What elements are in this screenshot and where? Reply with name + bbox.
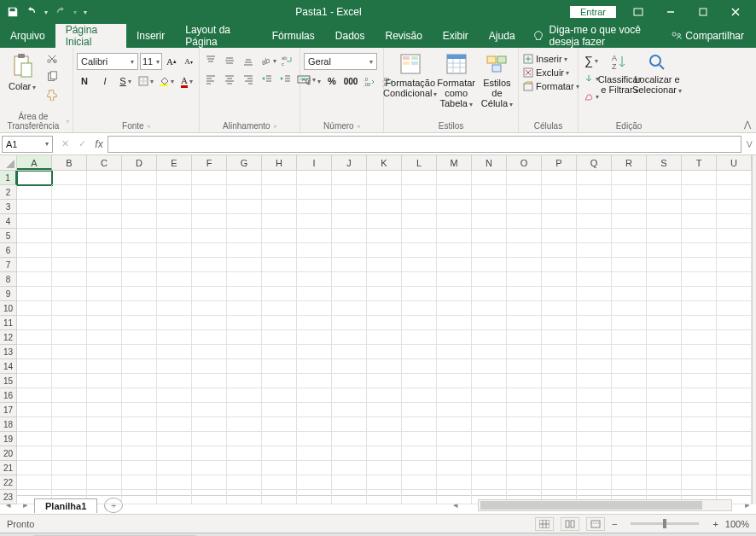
- cell-K17[interactable]: [367, 403, 402, 417]
- cell-B8[interactable]: [52, 272, 87, 287]
- cell-J14[interactable]: [332, 359, 367, 374]
- cell-I10[interactable]: [297, 301, 332, 316]
- cell-I11[interactable]: [297, 316, 332, 330]
- cell-I9[interactable]: [297, 287, 332, 301]
- cell-A8[interactable]: [17, 272, 52, 287]
- cell-K8[interactable]: [367, 272, 402, 287]
- cell-H21[interactable]: [262, 461, 297, 475]
- cell-S2[interactable]: [647, 185, 682, 200]
- decrease-indent-icon[interactable]: [259, 72, 275, 87]
- cell-P16[interactable]: [542, 388, 577, 403]
- cell-H22[interactable]: [262, 475, 297, 490]
- font-color-button[interactable]: A: [179, 73, 195, 89]
- row-header-20[interactable]: 20: [0, 446, 17, 461]
- cell-F2[interactable]: [192, 185, 227, 200]
- cell-L13[interactable]: [402, 345, 437, 359]
- cell-T11[interactable]: [682, 316, 717, 330]
- cell-B2[interactable]: [52, 185, 87, 200]
- cell-K7[interactable]: [367, 258, 402, 272]
- cell-C14[interactable]: [87, 359, 122, 374]
- sheet-tab[interactable]: Planilha1: [34, 498, 97, 513]
- row-header-2[interactable]: 2: [0, 185, 17, 200]
- cell-F9[interactable]: [192, 287, 227, 301]
- cell-O21[interactable]: [507, 461, 542, 475]
- cell-U16[interactable]: [717, 388, 752, 403]
- cell-Q1[interactable]: [577, 171, 612, 185]
- cell-D1[interactable]: [122, 171, 157, 185]
- cell-B22[interactable]: [52, 475, 87, 490]
- cell-T6[interactable]: [682, 243, 717, 258]
- row-header-18[interactable]: 18: [0, 417, 17, 432]
- cell-C20[interactable]: [87, 446, 122, 461]
- cell-R14[interactable]: [612, 359, 647, 374]
- cell-D9[interactable]: [122, 287, 157, 301]
- cell-B5[interactable]: [52, 229, 87, 243]
- cell-T12[interactable]: [682, 330, 717, 345]
- col-header-C[interactable]: C: [87, 155, 122, 170]
- cell-I23[interactable]: [297, 490, 332, 504]
- cell-P3[interactable]: [542, 200, 577, 214]
- align-top-icon[interactable]: [203, 53, 218, 68]
- cell-M3[interactable]: [437, 200, 472, 214]
- cell-R18[interactable]: [612, 417, 647, 432]
- cell-G9[interactable]: [227, 287, 262, 301]
- cell-L21[interactable]: [402, 461, 437, 475]
- ribbon-display-icon[interactable]: [623, 0, 654, 24]
- cell-L18[interactable]: [402, 417, 437, 432]
- cell-U2[interactable]: [717, 185, 752, 200]
- cell-P21[interactable]: [542, 461, 577, 475]
- cell-A18[interactable]: [17, 417, 52, 432]
- tab-inserir[interactable]: Inserir: [126, 24, 175, 48]
- cell-A20[interactable]: [17, 446, 52, 461]
- formula-input[interactable]: [108, 136, 741, 153]
- cell-S3[interactable]: [647, 200, 682, 214]
- cell-S17[interactable]: [647, 403, 682, 417]
- cell-U19[interactable]: [717, 432, 752, 446]
- cell-F19[interactable]: [192, 432, 227, 446]
- cell-J4[interactable]: [332, 214, 367, 229]
- cell-S20[interactable]: [647, 446, 682, 461]
- cell-Q10[interactable]: [577, 301, 612, 316]
- cell-E13[interactable]: [157, 345, 192, 359]
- cell-S6[interactable]: [647, 243, 682, 258]
- cell-G11[interactable]: [227, 316, 262, 330]
- cell-S12[interactable]: [647, 330, 682, 345]
- cell-E18[interactable]: [157, 417, 192, 432]
- page-break-view-icon[interactable]: [586, 517, 605, 531]
- cell-Q21[interactable]: [577, 461, 612, 475]
- cell-E12[interactable]: [157, 330, 192, 345]
- cell-L14[interactable]: [402, 359, 437, 374]
- cell-L22[interactable]: [402, 475, 437, 490]
- cell-Q8[interactable]: [577, 272, 612, 287]
- cell-H14[interactable]: [262, 359, 297, 374]
- accounting-format-icon[interactable]: ₢: [304, 73, 321, 89]
- cell-R11[interactable]: [612, 316, 647, 330]
- cell-C10[interactable]: [87, 301, 122, 316]
- row-header-13[interactable]: 13: [0, 345, 17, 359]
- cell-A22[interactable]: [17, 475, 52, 490]
- cell-E10[interactable]: [157, 301, 192, 316]
- tab-file[interactable]: Arquivo: [0, 24, 55, 48]
- col-header-A[interactable]: A: [17, 155, 52, 170]
- cell-R2[interactable]: [612, 185, 647, 200]
- cell-O3[interactable]: [507, 200, 542, 214]
- col-header-S[interactable]: S: [647, 155, 682, 170]
- row-header-9[interactable]: 9: [0, 287, 17, 301]
- cell-I7[interactable]: [297, 258, 332, 272]
- cell-M10[interactable]: [437, 301, 472, 316]
- cell-S22[interactable]: [647, 475, 682, 490]
- borders-button[interactable]: [138, 73, 154, 89]
- cell-R10[interactable]: [612, 301, 647, 316]
- cell-F20[interactable]: [192, 446, 227, 461]
- cell-D6[interactable]: [122, 243, 157, 258]
- col-header-F[interactable]: F: [192, 155, 227, 170]
- cell-C16[interactable]: [87, 388, 122, 403]
- cell-D18[interactable]: [122, 417, 157, 432]
- cell-B20[interactable]: [52, 446, 87, 461]
- cell-L4[interactable]: [402, 214, 437, 229]
- cell-H16[interactable]: [262, 388, 297, 403]
- cell-P20[interactable]: [542, 446, 577, 461]
- cell-C1[interactable]: [87, 171, 122, 185]
- cell-J19[interactable]: [332, 432, 367, 446]
- cell-S5[interactable]: [647, 229, 682, 243]
